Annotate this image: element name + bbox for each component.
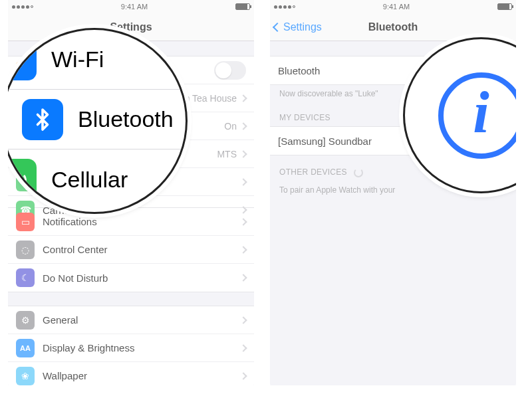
signal-dots-icon bbox=[12, 5, 33, 9]
chevron-right-icon bbox=[239, 344, 247, 351]
row-label: Control Center bbox=[43, 244, 241, 255]
row-label: Notifications bbox=[43, 216, 241, 227]
chevron-right-icon bbox=[239, 372, 247, 379]
settings-group-alerts: ▭ Notifications ◌ Control Center ☾ Do No… bbox=[8, 207, 254, 292]
row-control-center[interactable]: ◌ Control Center bbox=[8, 236, 254, 264]
display-icon: AA bbox=[16, 339, 35, 357]
gear-icon: ⚙ bbox=[16, 311, 35, 330]
chevron-right-icon bbox=[239, 178, 247, 185]
chevron-right-icon bbox=[239, 246, 247, 253]
notifications-icon: ▭ bbox=[16, 213, 35, 231]
chevron-right-icon bbox=[239, 274, 247, 281]
row-wallpaper[interactable]: ❀ Wallpaper bbox=[8, 362, 254, 385]
row-value: On bbox=[224, 121, 237, 132]
magnifier-left: Wi-Fi Bluetooth Cellular bbox=[8, 28, 188, 214]
back-button[interactable]: Settings bbox=[274, 13, 322, 41]
status-bar: 9:41 AM bbox=[270, 0, 516, 13]
row-label: Do Not Disturb bbox=[43, 272, 241, 284]
info-icon: i bbox=[438, 72, 517, 159]
chevron-right-icon bbox=[239, 94, 247, 102]
back-label: Settings bbox=[283, 21, 322, 33]
bluetooth-icon bbox=[22, 99, 63, 140]
control-center-icon: ◌ bbox=[16, 241, 35, 259]
row-value: sh Tea House bbox=[180, 93, 237, 104]
magnifier-bluetooth-label: Bluetooth bbox=[78, 106, 174, 132]
airplane-toggle[interactable] bbox=[214, 61, 246, 80]
row-dnd[interactable]: ☾ Do Not Disturb bbox=[8, 264, 254, 292]
row-general[interactable]: ⚙ General bbox=[8, 306, 254, 334]
battery-icon bbox=[235, 3, 250, 10]
spinner-icon bbox=[354, 168, 363, 177]
chevron-left-icon bbox=[273, 22, 282, 31]
settings-group-general: ⚙ General AA Display & Brightness ❀ Wall… bbox=[8, 306, 254, 385]
chevron-right-icon bbox=[239, 150, 247, 157]
row-label: General bbox=[43, 314, 241, 326]
status-time: 9:41 AM bbox=[121, 3, 148, 11]
page-title: Bluetooth bbox=[368, 21, 418, 33]
status-time: 9:41 AM bbox=[383, 3, 410, 11]
wallpaper-icon: ❀ bbox=[16, 367, 35, 385]
row-display[interactable]: AA Display & Brightness bbox=[8, 334, 254, 362]
signal-dots-icon bbox=[274, 5, 295, 9]
row-label: Display & Brightness bbox=[43, 342, 241, 353]
chevron-right-icon bbox=[239, 218, 247, 225]
magnifier-wifi-label: Wi-Fi bbox=[51, 47, 104, 72]
chevron-right-icon bbox=[239, 122, 247, 130]
settings-screen: 9:41 AM Settings ✈︎ Airplane Mode Wi-Fi … bbox=[8, 0, 254, 385]
row-label: Wallpaper bbox=[43, 370, 241, 381]
status-bar: 9:41 AM bbox=[8, 0, 254, 13]
moon-icon: ☾ bbox=[16, 268, 35, 287]
chevron-right-icon bbox=[239, 316, 247, 324]
row-notifications[interactable]: ▭ Notifications bbox=[8, 208, 254, 236]
magnifier-cellular-label: Cellular bbox=[51, 167, 128, 193]
row-value: MTS bbox=[217, 149, 237, 159]
bluetooth-screen: 9:41 AM Settings Bluetooth Bluetooth Now… bbox=[270, 0, 516, 385]
battery-icon bbox=[497, 3, 512, 10]
